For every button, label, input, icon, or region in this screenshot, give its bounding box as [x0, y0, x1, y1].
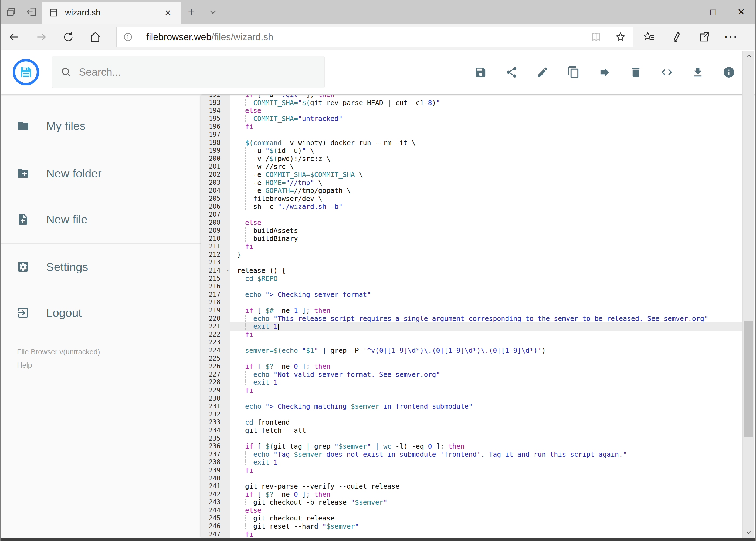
- code-line[interactable]: 192 if [ -d ".git" ]; then: [200, 95, 743, 99]
- code-line[interactable]: 243 git checkout -b release "$semver": [200, 498, 743, 506]
- code-line[interactable]: 194 else: [200, 107, 743, 115]
- code-line[interactable]: 199 -u "$(id -u)" \: [200, 147, 743, 155]
- help-link[interactable]: Help: [17, 361, 200, 369]
- code-editor[interactable]: 192 if [ -d ".git" ]; then193 COMMIT_SHA…: [200, 95, 743, 538]
- sidebar-item-my-files[interactable]: My files: [1, 115, 200, 137]
- code-line[interactable]: 205 filebrowser/dev \: [200, 195, 743, 203]
- code-line[interactable]: 207: [200, 211, 743, 219]
- more-actions-button[interactable]: ···: [718, 24, 745, 50]
- code-line[interactable]: 239 fi: [200, 466, 743, 475]
- code-line[interactable]: 229 fi: [200, 386, 743, 395]
- sidebar-item-logout[interactable]: Logout: [1, 302, 200, 323]
- code-line[interactable]: 236 if [ $(git tag | grep "$semver" | wc…: [200, 442, 743, 450]
- share-page-button[interactable]: [690, 24, 718, 50]
- code-line[interactable]: 238 exit 1: [200, 458, 743, 466]
- code-line[interactable]: 234 git fetch --all: [200, 426, 743, 435]
- code-line[interactable]: 213: [200, 259, 743, 267]
- home-button[interactable]: [82, 24, 109, 50]
- download-button[interactable]: [691, 66, 704, 79]
- sidebar-item-new-file[interactable]: New file: [1, 209, 200, 230]
- rename-button[interactable]: [536, 66, 549, 79]
- filebrowser-logo-icon[interactable]: [13, 59, 39, 85]
- forward-button[interactable]: [28, 24, 55, 50]
- code-line[interactable]: 219 if [ $# -ne 1 ]; then: [200, 306, 743, 315]
- code-line[interactable]: 215 cd $REPO: [200, 275, 743, 283]
- code-line[interactable]: 193 COMMIT_SHA="$(git rev-parse HEAD | c…: [200, 99, 743, 107]
- search-box[interactable]: [52, 56, 325, 88]
- code-line[interactable]: 226 if [ $? -ne 0 ]; then: [200, 362, 743, 370]
- code-line[interactable]: 196 fi: [200, 123, 743, 131]
- code-line[interactable]: 217 echo "> Checking semver format": [200, 290, 743, 299]
- code-line[interactable]: 233 cd frontend: [200, 418, 743, 426]
- code-line[interactable]: 237 echo "Tag $semver does not exist in …: [200, 450, 743, 459]
- code-line[interactable]: 210 buildBinary: [200, 235, 743, 243]
- code-line[interactable]: 216: [200, 282, 743, 290]
- tab-preview-button[interactable]: [1, 0, 21, 24]
- code-line[interactable]: 225: [200, 355, 743, 363]
- code-line[interactable]: 214▾release () {: [200, 267, 743, 275]
- address-bar[interactable]: filebrowser.web/files/wizard.sh: [116, 27, 633, 47]
- code-line[interactable]: 204 -e GOPATH=//tmp/gopath \: [200, 187, 743, 195]
- url-text[interactable]: filebrowser.web/files/wizard.sh: [139, 32, 584, 42]
- code-line[interactable]: 221 exit 1: [200, 322, 743, 330]
- window-close-button[interactable]: ✕: [727, 0, 755, 24]
- tab-close-icon[interactable]: ✕: [162, 7, 173, 19]
- code-line[interactable]: 235: [200, 435, 743, 443]
- code-line[interactable]: 201 -w //src \: [200, 163, 743, 171]
- sidebar-item-settings[interactable]: Settings: [1, 256, 200, 277]
- code-line[interactable]: 222 fi: [200, 330, 743, 339]
- scrollbar-thumb[interactable]: [744, 320, 753, 437]
- tab-list-chevron-icon[interactable]: [202, 0, 224, 24]
- code-line[interactable]: 202 -e COMMIT_SHA=$COMMIT_SHA \: [200, 171, 743, 179]
- code-line[interactable]: 242 if [ $? -ne 0 ]; then: [200, 490, 743, 499]
- code-line[interactable]: 241 git rev-parse --verify --quiet relea…: [200, 482, 743, 490]
- scrollbar-up-icon[interactable]: [742, 51, 755, 62]
- code-line[interactable]: 223: [200, 338, 743, 346]
- vertical-scrollbar[interactable]: [742, 51, 754, 538]
- code-line[interactable]: 244 else: [200, 506, 743, 515]
- back-button[interactable]: [1, 24, 28, 50]
- code-line[interactable]: 246 git reset --hard "$semver": [200, 522, 743, 530]
- new-tab-button[interactable]: +: [180, 0, 202, 24]
- code-line[interactable]: 231 echo "> Checking matching $semver in…: [200, 402, 743, 410]
- switch-view-button[interactable]: [660, 66, 673, 79]
- code-line[interactable]: 198 $(command -v winpty) docker run --rm…: [200, 139, 743, 147]
- share-button[interactable]: [505, 66, 518, 79]
- sidebar-item-new-folder[interactable]: New folder: [1, 163, 200, 184]
- window-minimize-button[interactable]: −: [671, 0, 699, 24]
- code-line[interactable]: 195 COMMIT_SHA="untracked": [200, 115, 743, 123]
- save-button[interactable]: [474, 66, 487, 79]
- hub-favorites-button[interactable]: [635, 24, 662, 50]
- set-tabs-aside-button[interactable]: [21, 0, 42, 24]
- copy-button[interactable]: [567, 66, 580, 79]
- code-line[interactable]: 206 sh -c "./wizard.sh -b": [200, 203, 743, 211]
- code-line[interactable]: 247 fi: [200, 530, 743, 538]
- annotate-pen-button[interactable]: [662, 24, 690, 50]
- code-line[interactable]: 218: [200, 298, 743, 306]
- code-line[interactable]: 200 -v /$(pwd):/src:z \: [200, 155, 743, 163]
- code-line[interactable]: 197: [200, 131, 743, 139]
- window-maximize-button[interactable]: □: [699, 0, 727, 24]
- code-line[interactable]: 220 echo "This release script requires a…: [200, 315, 743, 323]
- code-line[interactable]: 224 semver=$(echo "$1" | grep -P '^v(0|[…: [200, 346, 743, 355]
- site-info-icon[interactable]: [117, 27, 139, 47]
- code-line[interactable]: 211 fi: [200, 243, 743, 251]
- delete-button[interactable]: [630, 66, 642, 79]
- code-line[interactable]: 230: [200, 395, 743, 403]
- code-line[interactable]: 212}: [200, 251, 743, 259]
- code-line[interactable]: 209 buildAssets: [200, 227, 743, 235]
- refresh-button[interactable]: [55, 24, 82, 50]
- info-button[interactable]: [722, 66, 735, 79]
- fold-arrow-icon[interactable]: ▾: [226, 267, 229, 275]
- scrollbar-down-icon[interactable]: [742, 527, 755, 538]
- code-line[interactable]: 227 echo "Not valid semver format. See s…: [200, 370, 743, 379]
- move-button[interactable]: [599, 66, 611, 79]
- favorite-star-icon[interactable]: [609, 32, 632, 42]
- code-line[interactable]: 203 -e HOME="//tmp" \: [200, 179, 743, 187]
- search-input[interactable]: [79, 66, 295, 78]
- code-lines[interactable]: 192 if [ -d ".git" ]; then193 COMMIT_SHA…: [200, 95, 743, 538]
- code-line[interactable]: 245 git checkout release: [200, 514, 743, 522]
- code-line[interactable]: 232: [200, 410, 743, 419]
- code-line[interactable]: 208 else: [200, 219, 743, 227]
- browser-tab-wizard-sh[interactable]: wizard.sh ✕: [42, 2, 180, 24]
